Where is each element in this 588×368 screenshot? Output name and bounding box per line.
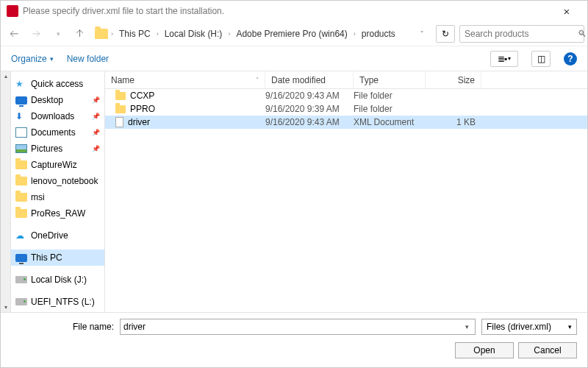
chevron-right-icon: › bbox=[111, 30, 113, 38]
preview-icon: ◫ bbox=[537, 54, 545, 64]
pin-icon: 📌 bbox=[92, 113, 100, 120]
header-type[interactable]: Type bbox=[354, 71, 426, 88]
sidebar-scrollbar[interactable]: ▴ ▾ bbox=[1, 71, 11, 312]
chevron-down-icon: ▾ bbox=[508, 55, 511, 62]
navbar: 🡠 🡢 ▾ 🡡 › This PC › Local Disk (H:) › Ad… bbox=[1, 21, 587, 46]
search-input[interactable] bbox=[465, 29, 575, 39]
file-rows: CCXP9/16/2020 9:43 AMFile folderPPRO9/16… bbox=[105, 89, 587, 312]
search-icon: 🔍︎ bbox=[578, 29, 587, 39]
sidebar-item-pictures[interactable]: Pictures📌 bbox=[11, 141, 104, 157]
sidebar-item-documents[interactable]: Documents📌 bbox=[11, 124, 104, 141]
document-icon bbox=[15, 127, 27, 138]
column-headers: Name˄ Date modified Type Size bbox=[105, 71, 587, 89]
desktop-icon bbox=[15, 96, 27, 105]
file-date: 9/16/2020 9:43 AM bbox=[265, 117, 354, 127]
pin-icon: 📌 bbox=[92, 96, 100, 104]
new-folder-button[interactable]: New folder bbox=[67, 54, 109, 64]
scroll-up-icon[interactable]: ▴ bbox=[1, 73, 10, 79]
cancel-button[interactable]: Cancel bbox=[518, 342, 577, 358]
filename-field[interactable]: ▾ bbox=[120, 319, 476, 335]
folder-icon bbox=[95, 29, 108, 39]
file-row[interactable]: driver9/16/2020 9:43 AMXML Document1 KB bbox=[105, 116, 587, 129]
chevron-right-icon: › bbox=[157, 30, 159, 38]
window-title: Please specify driver.xml file to start … bbox=[23, 6, 552, 16]
refresh-button[interactable]: ↻ bbox=[436, 25, 455, 43]
help-button[interactable]: ? bbox=[564, 52, 577, 66]
file-type: File folder bbox=[354, 104, 426, 114]
file-list: Name˄ Date modified Type Size CCXP9/16/2… bbox=[105, 71, 587, 312]
breadcrumb[interactable]: Adobe Premiere Pro (win64) bbox=[233, 27, 350, 40]
sidebar-item-capturewiz[interactable]: CaptureWiz bbox=[11, 157, 104, 173]
toolbar: Organize ▾ New folder ≣▪ ▾ ◫ ? bbox=[1, 46, 587, 71]
sidebar-item-this-pc[interactable]: This PC bbox=[11, 250, 104, 266]
folder-icon bbox=[15, 209, 27, 218]
star-icon: ★ bbox=[15, 79, 27, 89]
close-icon[interactable]: × bbox=[552, 5, 581, 18]
sidebar-item-quick-access[interactable]: ★Quick access bbox=[11, 76, 104, 92]
chevron-down-icon: ▾ bbox=[568, 323, 572, 330]
sort-asc-icon: ˄ bbox=[256, 77, 259, 83]
search-box[interactable]: 🔍︎ bbox=[459, 25, 584, 43]
filename-label: File name: bbox=[11, 322, 114, 332]
sidebar-item-msi[interactable]: msi bbox=[11, 189, 104, 205]
up-button[interactable]: 🡡 bbox=[70, 24, 90, 44]
header-name[interactable]: Name˄ bbox=[105, 71, 265, 88]
sidebar: ★Quick access Desktop📌 ⬇Downloads📌 Docum… bbox=[11, 71, 105, 312]
organize-label: Organize bbox=[11, 54, 47, 64]
sidebar-item-lenovo[interactable]: lenovo_notebook bbox=[11, 173, 104, 189]
file-name: PPRO bbox=[130, 104, 155, 114]
main: ▴ ▾ ★Quick access Desktop📌 ⬇Downloads📌 D… bbox=[1, 71, 587, 312]
scroll-down-icon[interactable]: ▾ bbox=[1, 304, 10, 311]
folder-icon bbox=[115, 92, 126, 100]
file-name: CCXP bbox=[130, 91, 154, 101]
download-icon: ⬇ bbox=[15, 111, 27, 121]
back-button[interactable]: 🡠 bbox=[4, 24, 24, 44]
folder-icon bbox=[15, 160, 27, 169]
pin-icon: 📌 bbox=[92, 145, 100, 152]
file-type: XML Document bbox=[354, 117, 426, 127]
preview-pane-button[interactable]: ◫ bbox=[531, 51, 551, 67]
sidebar-item-onedrive[interactable]: ☁OneDrive bbox=[11, 227, 104, 244]
view-options-button[interactable]: ≣▪ ▾ bbox=[490, 51, 518, 67]
file-date: 9/16/2020 9:43 AM bbox=[265, 91, 354, 101]
file-date: 9/16/2020 9:39 AM bbox=[265, 104, 354, 114]
pc-icon bbox=[15, 254, 27, 262]
file-name: driver bbox=[128, 117, 150, 127]
sidebar-item-downloads[interactable]: ⬇Downloads📌 bbox=[11, 108, 104, 124]
recent-dropdown[interactable]: ▾ bbox=[48, 24, 68, 44]
header-date[interactable]: Date modified bbox=[265, 71, 354, 88]
breadcrumb[interactable]: This PC bbox=[116, 27, 154, 40]
app-icon bbox=[7, 5, 18, 17]
forward-button[interactable]: 🡢 bbox=[26, 24, 46, 44]
file-icon bbox=[115, 117, 123, 127]
open-button[interactable]: Open bbox=[455, 342, 514, 358]
folder-icon bbox=[115, 105, 126, 113]
file-row[interactable]: CCXP9/16/2020 9:43 AMFile folder bbox=[105, 89, 587, 102]
address-bar[interactable]: › This PC › Local Disk (H:) › Adobe Prem… bbox=[92, 25, 431, 43]
filename-input[interactable] bbox=[123, 322, 462, 332]
header-size[interactable]: Size bbox=[426, 71, 481, 88]
filter-label: Files (driver.xml) bbox=[487, 322, 551, 332]
sidebar-item-uefi[interactable]: UEFI_NTFS (L:) bbox=[11, 294, 104, 310]
cloud-icon: ☁ bbox=[15, 230, 27, 241]
list-view-icon: ≣▪ bbox=[498, 54, 506, 64]
disk-icon bbox=[15, 298, 27, 305]
filename-history-dropdown[interactable]: ▾ bbox=[462, 323, 472, 330]
pictures-icon bbox=[15, 144, 27, 153]
chevron-right-icon: › bbox=[354, 30, 356, 38]
file-row[interactable]: PPRO9/16/2020 9:39 AMFile folder bbox=[105, 102, 587, 116]
file-type-filter[interactable]: Files (driver.xml) ▾ bbox=[481, 319, 577, 335]
pin-icon: 📌 bbox=[92, 129, 100, 136]
sidebar-item-prores[interactable]: ProRes_RAW bbox=[11, 205, 104, 222]
address-dropdown[interactable]: ˅ bbox=[416, 30, 429, 38]
breadcrumb[interactable]: products bbox=[359, 27, 398, 40]
folder-icon bbox=[15, 177, 27, 185]
titlebar: Please specify driver.xml file to start … bbox=[1, 1, 587, 21]
sidebar-item-disk-j[interactable]: Local Disk (J:) bbox=[11, 272, 104, 288]
organize-menu[interactable]: Organize ▾ bbox=[11, 54, 54, 64]
folder-icon bbox=[15, 193, 27, 202]
sidebar-item-desktop[interactable]: Desktop📌 bbox=[11, 92, 104, 108]
breadcrumb[interactable]: Local Disk (H:) bbox=[162, 27, 226, 40]
chevron-right-icon: › bbox=[228, 30, 230, 38]
chevron-down-icon: ▾ bbox=[50, 55, 54, 63]
